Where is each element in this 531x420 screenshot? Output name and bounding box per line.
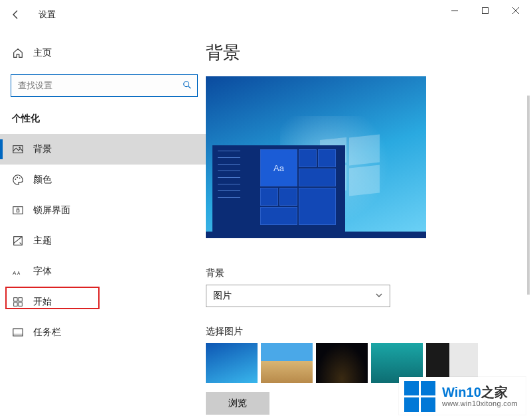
background-type-dropdown[interactable]: 图片 bbox=[206, 285, 390, 307]
close-button[interactable] bbox=[500, 0, 531, 21]
sidebar-item-taskbar[interactable]: 任务栏 bbox=[0, 317, 206, 348]
svg-point-7 bbox=[19, 147, 21, 148]
titlebar: 设置 bbox=[0, 0, 531, 29]
home-link[interactable]: 主页 bbox=[0, 40, 206, 66]
sidebar-item-fonts[interactable]: AA 字体 bbox=[0, 256, 206, 287]
svg-rect-22 bbox=[13, 334, 23, 336]
background-field-label: 背景 bbox=[206, 267, 531, 279]
thumbnail-1[interactable] bbox=[206, 343, 258, 383]
home-label: 主页 bbox=[33, 47, 52, 59]
back-button[interactable] bbox=[0, 0, 32, 29]
sidebar: 主页 查找设置 个性化 背景 颜色 锁屏界面 主题 AA 字体 bbox=[0, 29, 206, 420]
home-icon bbox=[12, 47, 24, 59]
svg-text:A: A bbox=[13, 270, 17, 276]
maximize-icon bbox=[482, 7, 489, 14]
watermark-url: www.win10xitong.com bbox=[442, 399, 518, 407]
svg-rect-17 bbox=[14, 298, 17, 301]
thumbnail-3[interactable] bbox=[316, 343, 368, 383]
search-icon bbox=[183, 80, 192, 92]
sidebar-item-start[interactable]: 开始 bbox=[0, 287, 206, 317]
sidebar-item-label: 开始 bbox=[33, 296, 52, 308]
sidebar-item-label: 任务栏 bbox=[33, 326, 61, 338]
arrow-left-icon bbox=[11, 9, 21, 20]
sidebar-item-label: 主题 bbox=[33, 235, 52, 247]
dropdown-value: 图片 bbox=[213, 290, 232, 302]
start-icon bbox=[12, 296, 24, 308]
search-input[interactable]: 查找设置 bbox=[11, 74, 198, 97]
close-icon bbox=[512, 7, 519, 14]
svg-text:A: A bbox=[17, 271, 21, 275]
taskbar-icon bbox=[12, 326, 24, 338]
window-controls bbox=[439, 0, 531, 21]
sidebar-item-label: 背景 bbox=[33, 143, 52, 155]
maximize-button[interactable] bbox=[470, 0, 500, 21]
minimize-icon bbox=[451, 7, 458, 14]
sidebar-item-background[interactable]: 背景 bbox=[0, 134, 206, 165]
watermark-brand: Win10之家 bbox=[442, 385, 518, 399]
svg-rect-18 bbox=[19, 298, 22, 301]
svg-rect-1 bbox=[483, 8, 489, 14]
picture-icon bbox=[12, 143, 24, 155]
sidebar-item-label: 字体 bbox=[33, 265, 52, 277]
content-area: 背景 Aa bbox=[206, 29, 531, 420]
font-icon: AA bbox=[12, 265, 24, 277]
sidebar-item-lockscreen[interactable]: 锁屏界面 bbox=[0, 195, 206, 226]
svg-rect-20 bbox=[19, 303, 22, 306]
chevron-down-icon bbox=[375, 291, 383, 301]
sidebar-section-header: 个性化 bbox=[0, 109, 206, 134]
sidebar-item-label: 颜色 bbox=[33, 174, 52, 186]
scrollbar[interactable] bbox=[527, 96, 530, 295]
search-placeholder: 查找设置 bbox=[18, 80, 183, 92]
svg-line-14 bbox=[14, 237, 23, 244]
watermark: Win10之家 www.win10xitong.com bbox=[399, 377, 526, 415]
sidebar-item-themes[interactable]: 主题 bbox=[0, 226, 206, 256]
page-title: 背景 bbox=[206, 41, 531, 64]
svg-point-9 bbox=[17, 177, 18, 178]
watermark-logo-icon bbox=[404, 381, 435, 412]
minimize-button[interactable] bbox=[439, 0, 470, 21]
choose-picture-label: 选择图片 bbox=[206, 326, 531, 338]
svg-line-5 bbox=[189, 86, 191, 88]
svg-point-10 bbox=[19, 177, 21, 178]
svg-rect-12 bbox=[17, 210, 19, 212]
themes-icon bbox=[12, 235, 24, 247]
sidebar-item-label: 锁屏界面 bbox=[33, 204, 70, 216]
browse-button[interactable]: 浏览 bbox=[206, 392, 269, 415]
lockscreen-icon bbox=[12, 204, 24, 216]
svg-point-4 bbox=[184, 81, 189, 86]
window-title: 设置 bbox=[38, 9, 56, 21]
thumbnail-2[interactable] bbox=[261, 343, 313, 383]
background-preview: Aa bbox=[206, 76, 426, 238]
svg-point-8 bbox=[15, 178, 17, 180]
svg-rect-19 bbox=[14, 303, 17, 306]
preview-start-menu: Aa bbox=[212, 145, 345, 232]
palette-icon bbox=[12, 174, 24, 186]
sidebar-item-colors[interactable]: 颜色 bbox=[0, 165, 206, 195]
preview-sample-text: Aa bbox=[273, 163, 284, 173]
